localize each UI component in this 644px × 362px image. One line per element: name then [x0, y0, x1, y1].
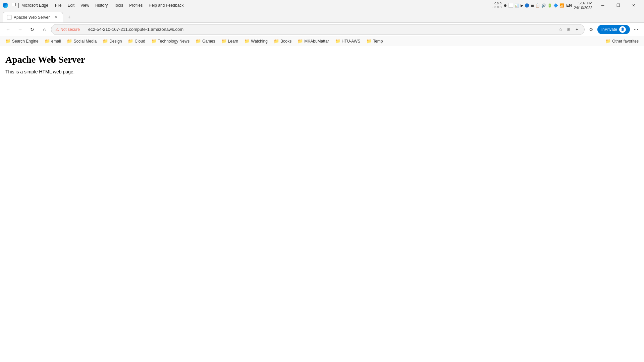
bookmark-games[interactable]: 📁 Games — [193, 38, 218, 44]
bookmark-label: Design — [109, 39, 122, 44]
folder-icon: 📁 — [103, 39, 108, 44]
menu-edit[interactable]: Edit — [65, 2, 77, 8]
system-tray: ↑ 0.0 B ↓ 0.0 B ⏺ 📊 ▶ 🔵 ☰ 📋 🔊 🔋 🔷 📶 EN 5… — [492, 1, 592, 10]
media-icon: ▶ — [521, 3, 523, 8]
inprivate-label: InPrivate — [601, 27, 617, 32]
bookmark-label: MKAbuMattar — [304, 39, 329, 44]
bookmark-label: Cloud — [135, 39, 145, 44]
folder-icon: 📁 — [196, 39, 201, 44]
other-favorites-button[interactable]: 📁 Other favorites — [603, 38, 641, 44]
bookmark-learn[interactable]: 📁 Learn — [219, 38, 241, 44]
bookmark-books[interactable]: 📁 Books — [271, 38, 294, 44]
window-controls: ─ ❐ ✕ — [595, 0, 641, 11]
clock: 5:07 PM 24/10/2022 — [574, 1, 592, 10]
bookmark-watching[interactable]: 📁 Watching — [241, 38, 270, 44]
bookmark-cloud[interactable]: 📁 Cloud — [125, 38, 148, 44]
wifi-icon: 📶 — [559, 3, 564, 8]
titlebar: Microsoft Edge File Edit View History To… — [0, 0, 644, 11]
language-indicator: EN — [566, 3, 572, 8]
menu-profiles[interactable]: Profiles — [126, 2, 145, 8]
app-name: Microsoft Edge — [21, 3, 48, 8]
folder-icon: 📁 — [274, 39, 279, 44]
forward-button[interactable]: → — [15, 24, 25, 35]
window-icon — [11, 3, 19, 8]
bookmark-technology-news[interactable]: 📁 Technology News — [149, 38, 192, 44]
address-actions: ☆ ⊞ ✦ — [557, 26, 580, 33]
tab-close-button[interactable]: ✕ — [53, 15, 59, 20]
folder-icon: 📁 — [45, 39, 50, 44]
folder-icon: 📁 — [244, 39, 250, 44]
settings-icon[interactable]: ⚙ — [586, 24, 597, 35]
folder-icon: 📁 — [366, 39, 372, 44]
bookmark-temp[interactable]: 📁 Temp — [364, 38, 385, 44]
menu-help[interactable]: Help and Feedback — [146, 2, 186, 8]
favorites-icon[interactable]: ☆ — [557, 26, 564, 33]
time-display: 5:07 PM — [574, 1, 592, 5]
edge-logo-icon — [3, 3, 8, 8]
lock-icon: ⚠ — [55, 27, 59, 32]
security-text: Not secure — [60, 27, 80, 32]
page-title: Apache Web Server — [5, 54, 639, 65]
bookmark-label: Technology News — [158, 39, 190, 44]
refresh-button[interactable]: ↻ — [27, 24, 38, 35]
minimize-button[interactable]: ─ — [595, 0, 610, 11]
url-display: ec2-54-210-167-211.compute-1.amazonaws.c… — [88, 27, 555, 32]
bookmark-search-engine[interactable]: 📁 Search Engine — [3, 38, 41, 44]
bookmark-label: Search Engine — [12, 39, 39, 44]
sys-icons: ⏺ 📊 ▶ 🔵 ☰ 📋 🔊 🔋 🔷 📶 — [503, 3, 564, 8]
bookmark-social-media[interactable]: 📁 Social Media — [64, 38, 99, 44]
tab-title: Apache Web Server — [14, 15, 51, 20]
bookmark-design[interactable]: 📁 Design — [100, 38, 124, 44]
folder-icon: 📁 — [67, 39, 72, 44]
network-down: ↓ 0.0 B — [492, 5, 501, 9]
collections-icon[interactable]: ⊞ — [566, 26, 572, 33]
bookmark-label: Watching — [251, 39, 268, 44]
bookmark-htu-aws[interactable]: 📁 HTU-AWS — [332, 38, 363, 44]
bookmark-label: Learn — [228, 39, 238, 44]
navbar: ← → ↻ ⌂ ⚠ Not secure ec2-54-210-167-211.… — [0, 23, 644, 36]
other-favorites-label: Other favorites — [612, 39, 639, 44]
new-tab-button[interactable]: + — [64, 12, 74, 22]
edge-icon2: 🔵 — [525, 3, 529, 8]
user-avatar: 👤 — [619, 26, 626, 33]
address-bar[interactable]: ⚠ Not secure ec2-54-210-167-211.compute-… — [51, 24, 585, 35]
folder-icon: 📁 — [5, 39, 11, 44]
security-indicator: ⚠ Not secure — [55, 27, 80, 32]
page-body: This is a simple HTML web page. — [5, 69, 639, 74]
bookmark-label: Social Media — [73, 39, 97, 44]
titlebar-menu: File Edit View History Tools Profiles He… — [52, 2, 186, 8]
menu-file[interactable]: File — [52, 2, 64, 8]
tabbar: Apache Web Server ✕ + — [0, 11, 644, 23]
color-icon — [508, 3, 513, 8]
bookmark-label: Temp — [373, 39, 383, 44]
address-divider — [84, 26, 84, 33]
bookmark-mkabumattar[interactable]: 📁 MKAbuMattar — [295, 38, 331, 44]
folder-icon: 📁 — [335, 39, 340, 44]
restore-button[interactable]: ❐ — [610, 0, 626, 11]
folder-icon: 📁 — [298, 39, 303, 44]
volume-icon: 🔊 — [541, 3, 546, 8]
bookmark-label: HTU-AWS — [342, 39, 361, 44]
tab-apache[interactable]: Apache Web Server ✕ — [3, 12, 63, 22]
inprivate-button[interactable]: InPrivate 👤 — [597, 25, 630, 34]
folder-icon: 📁 — [221, 39, 227, 44]
bookmark-label: email — [51, 39, 61, 44]
menu-view[interactable]: View — [78, 2, 92, 8]
nav-right-tools: ⚙ InPrivate 👤 ··· — [586, 24, 641, 35]
back-button[interactable]: ← — [3, 24, 13, 35]
home-button[interactable]: ⌂ — [39, 24, 50, 35]
menu-history[interactable]: History — [93, 2, 110, 8]
performance-icon: 📊 — [515, 3, 519, 8]
bluetooth-icon: 🔷 — [553, 3, 558, 8]
menu-tools[interactable]: Tools — [111, 2, 126, 8]
date-display: 24/10/2022 — [574, 5, 592, 10]
folder-icon: 📁 — [128, 39, 133, 44]
more-tools-button[interactable]: ··· — [631, 24, 641, 35]
bookmark-label: Games — [202, 39, 215, 44]
folder-icon: 📁 — [605, 39, 611, 44]
copilot-icon[interactable]: ✦ — [574, 26, 580, 33]
close-button[interactable]: ✕ — [626, 0, 641, 11]
tab-favicon — [7, 15, 12, 20]
folder-icon: 📁 — [151, 39, 157, 44]
bookmark-email[interactable]: 📁 email — [42, 38, 64, 44]
